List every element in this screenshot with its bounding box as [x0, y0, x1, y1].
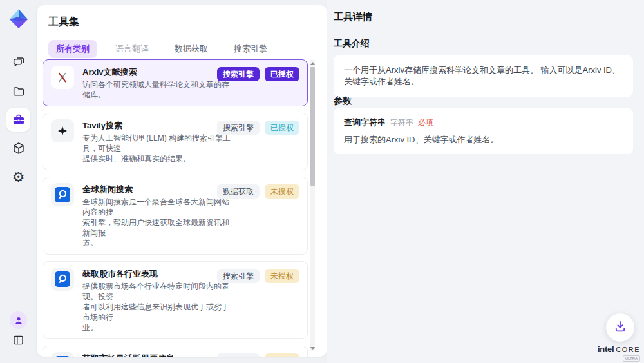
tool-name: Arxiv文献搜索 [82, 66, 217, 77]
arxiv-icon [51, 66, 74, 89]
tool-card-tavily[interactable]: Tavily搜索 专为人工智能代理 (LLM) 构建的搜索引擎工具，可快速 提供… [43, 113, 308, 170]
brand-core-text: core [616, 346, 640, 353]
category-badge: 搜索引擎 [217, 269, 260, 283]
sidebar-item-chat[interactable] [0, 55, 37, 69]
folder-icon [12, 84, 26, 99]
category-badge: 搜索引擎 [217, 353, 260, 357]
parameter-card: 查询字符串 字符串 必填 用于搜索的Arxiv ID、关键字或作者姓名。 [334, 108, 633, 154]
chat-icon [12, 55, 26, 69]
param-required-flag: 必填 [418, 117, 433, 128]
sparkle-icon [51, 119, 74, 142]
sidebar-item-files[interactable] [0, 84, 37, 99]
tool-intro-card: 一个用于从Arxiv存储库搜索科学论文和文章的工具。 输入可以是Arxiv ID… [334, 55, 633, 97]
tool-detail-panel: 工具详情 工具介绍 一个用于从Arxiv存储库搜索科学论文和文章的工具。 输入可… [327, 0, 644, 363]
cube-icon [12, 141, 26, 155]
category-badge: 数据获取 [217, 184, 260, 199]
params-heading: 参数 [334, 95, 352, 107]
gear-icon: ⚙ [12, 170, 25, 184]
blue-search-icon [51, 183, 74, 206]
tool-card-global-news[interactable]: 全球新闻搜索 全球新闻搜索是一个聚合全球各大新闻网站内容的搜 索引擎，帮助用户快… [43, 177, 308, 255]
tool-name: 获取股市各行业表现 [82, 268, 217, 279]
tool-name: 全球新闻搜索 [82, 183, 217, 195]
intro-heading: 工具介绍 [334, 38, 370, 50]
sidebar-item-settings[interactable]: ⚙ [0, 170, 37, 184]
tool-description: 专为人工智能代理 (LLM) 构建的搜索引擎工具，可快速 提供实时、准确和真实的… [82, 133, 236, 164]
status-badge: 未授权 [265, 184, 299, 199]
download-icon [613, 319, 627, 336]
param-description: 用于搜索的Arxiv ID、关键字或作者姓名。 [344, 134, 623, 146]
tool-name: Tavily搜索 [82, 119, 217, 131]
tab-all-categories[interactable]: 所有类别 [48, 40, 97, 58]
blue-search-icon [51, 268, 74, 291]
brand-ultra-badge: ultra [623, 355, 640, 362]
sidebar-item-models[interactable] [0, 141, 37, 155]
sidebar-user-avatar[interactable] [0, 311, 37, 329]
sidebar-item-tools[interactable] [0, 113, 37, 127]
status-badge: 已授权 [265, 121, 299, 135]
param-name: 查询字符串 [344, 117, 386, 128]
status-badge: 未授权 [265, 269, 299, 283]
tool-description: 提供股票市场各个行业在特定时间段内的表现。投资 者可以利用这些信息来识别表现优于… [82, 281, 236, 333]
tool-description: 访问各个研究领域大量科学论文和文章的存储库。 [82, 79, 236, 100]
app-logo [6, 6, 32, 32]
toolbox-icon [12, 113, 26, 127]
sidebar-panel-toggle[interactable] [0, 333, 37, 347]
scroll-up-arrow-icon[interactable] [310, 60, 315, 66]
download-button[interactable] [606, 313, 634, 342]
user-avatar [10, 311, 27, 329]
page-title: 工具集 [48, 15, 79, 29]
tab-search-engine[interactable]: 搜索引擎 [226, 40, 275, 58]
tool-card-list: Arxiv文献搜索 访问各个研究领域大量科学论文和文章的存储库。 搜索引擎 已授… [43, 59, 308, 357]
tab-data-fetch[interactable]: 数据获取 [167, 40, 216, 58]
tool-list-panel: 工具集 所有类别 语言翻译 数据获取 搜索引擎 Arxiv文献搜索 访问各个研究… [37, 5, 327, 357]
tool-card-most-active-stocks[interactable]: 获取市场最活跃股票信息 提供当天交易量最高的股票列表，投资者可以利用这 些信息来… [43, 346, 308, 357]
tool-description: 全球新闻搜索是一个聚合全球各大新闻网站内容的搜 索引擎，帮助用户快速获取全球最新… [82, 197, 236, 248]
intel-core-logo: intel core ultra [598, 344, 640, 362]
status-badge: 未授权 [265, 353, 299, 357]
tab-language-translation[interactable]: 语言翻译 [108, 40, 156, 58]
status-badge: 已授权 [265, 67, 299, 81]
tool-card-arxiv[interactable]: Arxiv文献搜索 访问各个研究领域大量科学论文和文章的存储库。 搜索引擎 已授… [43, 59, 308, 106]
list-scrollbar[interactable] [310, 60, 315, 351]
tool-name: 获取市场最活跃股票信息 [82, 352, 217, 357]
category-tabs: 所有类别 语言翻译 数据获取 搜索引擎 [48, 40, 275, 58]
tool-card-sector-performance[interactable]: 获取股市各行业表现 提供股票市场各个行业在特定时间段内的表现。投资 者可以利用这… [43, 261, 308, 339]
param-type: 字符串 [390, 117, 413, 128]
category-badge: 搜索引擎 [217, 121, 260, 135]
sidebar: ⚙ [0, 0, 37, 363]
blue-search-icon [51, 352, 74, 357]
scrollbar-thumb[interactable] [310, 67, 315, 186]
tool-intro-text: 一个用于从Arxiv存储库搜索科学论文和文章的工具。 输入可以是Arxiv ID… [344, 65, 620, 86]
panel-toggle-icon [12, 333, 25, 347]
category-badge: 搜索引擎 [217, 67, 260, 81]
scroll-down-arrow-icon[interactable] [310, 345, 315, 351]
detail-title: 工具详情 [334, 11, 372, 23]
brand-intel-text: intel [598, 344, 614, 354]
